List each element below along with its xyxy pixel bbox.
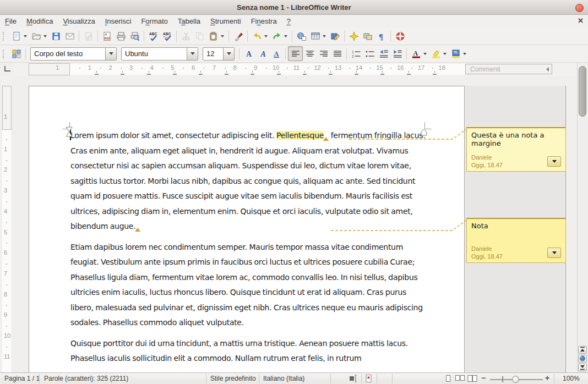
auto-spellcheck-button[interactable]: ABC bbox=[160, 29, 174, 43]
print-preview-button[interactable] bbox=[128, 29, 141, 43]
paragraph-style-combo[interactable]: Corpo del testo bbox=[30, 47, 117, 61]
export-pdf-button[interactable]: PDF bbox=[100, 29, 114, 43]
paragraph[interactable]: Lorem ipsum dolor sit amet, consectetur … bbox=[70, 128, 426, 234]
zoom-percent-status[interactable]: 100% bbox=[563, 375, 580, 382]
clone-formatting-button[interactable] bbox=[231, 29, 245, 43]
paragraph[interactable]: Etiam dapibus lorem nec condimentum semp… bbox=[70, 240, 426, 331]
book-view-icon[interactable] bbox=[467, 374, 478, 384]
underline-button[interactable]: A bbox=[269, 47, 283, 61]
paragraph-style-dropdown-icon[interactable] bbox=[105, 48, 116, 60]
undo-dropdown-icon[interactable] bbox=[264, 35, 268, 37]
body-text[interactable]: Lorem ipsum dolor sit amet, consectetur … bbox=[70, 131, 276, 140]
document-text[interactable]: Lorem ipsum dolor sit amet, consectetur … bbox=[70, 128, 426, 372]
first-line-indent-marker[interactable] bbox=[66, 127, 73, 139]
email-button[interactable] bbox=[63, 29, 77, 43]
multi-page-view-icon[interactable] bbox=[455, 374, 466, 384]
menu-visualizza[interactable]: Visualizza bbox=[58, 15, 100, 28]
previous-page-button[interactable] bbox=[578, 346, 587, 354]
comments-ruler-button[interactable]: Commenti bbox=[465, 64, 552, 74]
page-number-status[interactable]: Pagina 1 / 1 bbox=[4, 375, 40, 382]
menu-finestra[interactable]: Finestra bbox=[246, 15, 282, 28]
increase-indent-button[interactable] bbox=[390, 47, 404, 61]
comment-2[interactable]: NotaDanieleOggi, 18.47 bbox=[466, 218, 566, 263]
formatting-marks-button[interactable]: ¶ bbox=[374, 29, 388, 43]
font-size-value[interactable]: 12 bbox=[203, 50, 223, 58]
paste-dropdown-icon[interactable] bbox=[221, 35, 224, 37]
page-style-status[interactable]: Stile predefinito bbox=[210, 375, 256, 382]
language-status[interactable]: Italiano (Italia) bbox=[263, 375, 304, 382]
insert-mode-icon[interactable] bbox=[349, 374, 358, 384]
toolbar-grip[interactable] bbox=[3, 32, 6, 41]
open-dropdown-icon[interactable] bbox=[43, 35, 47, 37]
comment-1[interactable]: Questa è una nota a margineDanieleOggi, … bbox=[466, 127, 566, 172]
comment-menu-button[interactable] bbox=[547, 156, 561, 167]
spelling-button[interactable]: ABC bbox=[146, 29, 160, 43]
comment-menu-button[interactable] bbox=[547, 248, 561, 258]
highlight-color-button[interactable] bbox=[429, 47, 443, 61]
font-size-combo[interactable]: 12 bbox=[203, 47, 235, 61]
open-button[interactable] bbox=[29, 29, 43, 43]
align-center-button[interactable] bbox=[303, 47, 317, 61]
align-left-button[interactable] bbox=[288, 46, 303, 61]
hyperlink-button[interactable] bbox=[295, 29, 308, 43]
table-button[interactable] bbox=[308, 29, 322, 43]
background-color-dropdown-icon[interactable] bbox=[463, 53, 466, 55]
new-document-dropdown-icon[interactable] bbox=[24, 35, 27, 37]
menu-?[interactable]: ? bbox=[282, 15, 296, 28]
draw-functions-button[interactable] bbox=[328, 29, 342, 43]
styles-panel-button[interactable] bbox=[9, 47, 23, 61]
numbered-list-button[interactable]: 12 bbox=[349, 47, 363, 61]
comment-highlighted-text[interactable]: Pellentesque bbox=[276, 131, 324, 140]
background-color-button[interactable] bbox=[449, 47, 462, 61]
print-button[interactable] bbox=[114, 29, 128, 43]
font-name-combo[interactable]: Ubuntu bbox=[121, 47, 198, 61]
menu-modifica[interactable]: Modifica bbox=[21, 15, 58, 28]
gallery-button[interactable] bbox=[361, 29, 374, 43]
comment-text[interactable]: Nota bbox=[467, 219, 565, 233]
justify-button[interactable] bbox=[330, 47, 344, 61]
font-size-dropdown-icon[interactable] bbox=[223, 48, 234, 60]
menu-strumenti[interactable]: Strumenti bbox=[205, 15, 246, 28]
comment-anchor-icon[interactable] bbox=[323, 137, 329, 141]
menu-formato[interactable]: Formato bbox=[136, 15, 172, 28]
right-indent-marker[interactable] bbox=[421, 128, 427, 138]
zoom-in-button[interactable]: + bbox=[545, 374, 549, 382]
decrease-indent-button[interactable] bbox=[377, 47, 390, 61]
word-count-status[interactable]: Parole (caratteri): 325 (2211) bbox=[44, 375, 128, 382]
redo-dropdown-icon[interactable] bbox=[284, 35, 287, 37]
close-icon[interactable]: ✕ bbox=[578, 17, 584, 25]
scrollbar-thumb[interactable] bbox=[579, 66, 586, 117]
paragraph[interactable]: Quisque porttitor dui id urna tincidunt,… bbox=[70, 336, 426, 366]
document-modified-icon[interactable]: * bbox=[364, 374, 374, 384]
navigation-button[interactable] bbox=[578, 355, 587, 363]
collapse-comments-icon[interactable] bbox=[546, 67, 549, 72]
menu-file[interactable]: File bbox=[0, 15, 21, 28]
undo-button[interactable] bbox=[250, 29, 264, 43]
new-document-button[interactable] bbox=[9, 29, 23, 43]
bold-button[interactable]: A bbox=[242, 47, 255, 61]
comment-anchor-icon[interactable] bbox=[135, 228, 140, 232]
body-text[interactable]: Etiam dapibus lorem nec condimentum semp… bbox=[70, 243, 423, 327]
tab-type-selector[interactable] bbox=[4, 66, 10, 72]
menu-tabella[interactable]: Tabella bbox=[173, 15, 205, 28]
font-color-dropdown-icon[interactable] bbox=[423, 53, 427, 55]
save-button[interactable] bbox=[49, 29, 63, 43]
body-text[interactable]: fermentum fringilla lacus. Cras enim ant… bbox=[70, 131, 425, 231]
zoom-out-button[interactable]: − bbox=[481, 374, 486, 382]
paste-button[interactable] bbox=[206, 29, 220, 43]
document-page[interactable]: Lorem ipsum dolor sit amet, consectetur … bbox=[29, 86, 465, 372]
font-color-button[interactable]: A bbox=[409, 47, 423, 61]
toolbar-grip[interactable] bbox=[3, 50, 6, 58]
italic-button[interactable]: A bbox=[255, 47, 269, 61]
single-page-view-icon[interactable] bbox=[444, 374, 453, 384]
body-text[interactable]: Quisque porttitor dui id urna tincidunt,… bbox=[70, 339, 408, 363]
navigator-button[interactable] bbox=[347, 29, 361, 43]
window-menu-button[interactable] bbox=[575, 4, 584, 12]
align-right-button[interactable] bbox=[317, 47, 330, 61]
zoom-slider-handle[interactable] bbox=[512, 376, 519, 383]
paragraph-style-value[interactable]: Corpo del testo bbox=[31, 50, 105, 58]
font-name-dropdown-icon[interactable] bbox=[187, 48, 198, 60]
highlight-color-dropdown-icon[interactable] bbox=[443, 53, 447, 55]
font-name-value[interactable]: Ubuntu bbox=[122, 50, 187, 58]
table-dropdown-icon[interactable] bbox=[323, 35, 326, 37]
